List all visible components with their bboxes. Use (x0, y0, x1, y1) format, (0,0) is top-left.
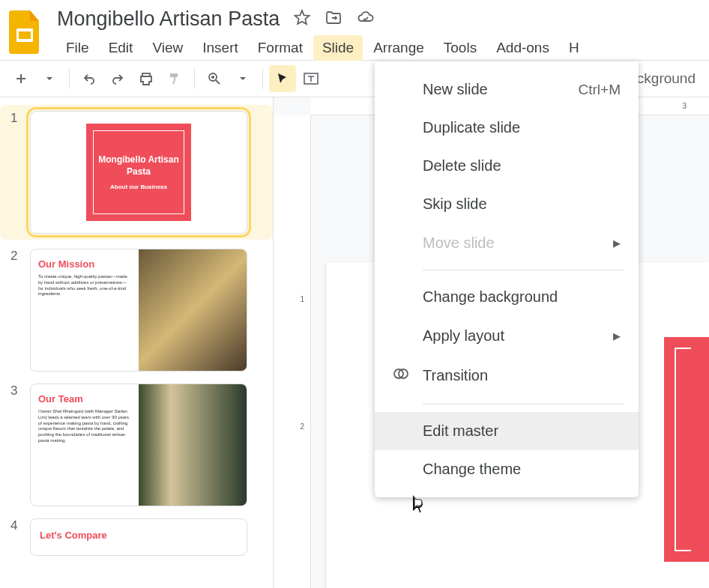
thumb-number: 3 (10, 384, 21, 506)
slide-thumb-4[interactable]: Let's Compare (30, 518, 247, 556)
paint-format-icon[interactable] (161, 65, 188, 92)
slide-thumb-1[interactable]: Mongibello Artisan Pasta About our Busin… (30, 111, 247, 234)
move-folder-icon[interactable] (325, 9, 343, 30)
new-slide-dropdown-icon[interactable] (36, 65, 63, 92)
title-area: Mongibello Artisan Pasta File Edit View … (57, 7, 709, 61)
zoom-icon[interactable] (201, 65, 228, 92)
new-slide-button[interactable] (7, 65, 34, 92)
submenu-arrow-icon: ▸ (613, 327, 621, 345)
thumb-number: 2 (10, 249, 21, 372)
ruler-vertical: 1 2 (274, 115, 311, 588)
dd-delete-slide[interactable]: Delete slide (375, 147, 639, 185)
dd-skip-slide[interactable]: Skip slide (375, 185, 639, 223)
slide-thumbnails: 1 Mongibello Artisan Pasta About our Bus… (0, 97, 274, 588)
select-tool-icon[interactable] (269, 65, 296, 92)
slide-dropdown-menu: New slide Ctrl+M Duplicate slide Delete … (375, 61, 639, 497)
thumb-number: 1 (10, 111, 21, 234)
slides-logo[interactable] (9, 10, 42, 54)
menu-file[interactable]: File (57, 35, 98, 61)
menu-bar: File Edit View Insert Format Slide Arran… (57, 35, 709, 61)
header: Mongibello Artisan Pasta File Edit View … (0, 0, 709, 60)
dd-new-slide[interactable]: New slide Ctrl+M (375, 70, 639, 109)
redo-icon[interactable] (104, 65, 131, 92)
thumb-number: 4 (10, 518, 21, 556)
menu-arrange[interactable]: Arrange (364, 35, 433, 61)
dd-change-background[interactable]: Change background (375, 278, 639, 316)
textbox-icon[interactable] (298, 65, 325, 92)
dd-transition[interactable]: Transition (375, 355, 639, 396)
menu-insert[interactable]: Insert (193, 35, 247, 61)
slide-red-shape[interactable] (664, 337, 709, 562)
document-title[interactable]: Mongibello Artisan Pasta (57, 7, 280, 31)
menu-help[interactable]: H (560, 35, 588, 61)
dd-apply-layout[interactable]: Apply layout ▸ (375, 316, 639, 355)
thumb-row-1: 1 Mongibello Artisan Pasta About our Bus… (0, 105, 273, 240)
slide-thumb-2[interactable]: Our Mission To create unique, high-quali… (30, 249, 247, 372)
dd-edit-master[interactable]: Edit master (375, 412, 639, 450)
transition-icon (393, 366, 409, 386)
menu-addons[interactable]: Add-ons (487, 35, 558, 61)
submenu-arrow-icon: ▸ (613, 234, 621, 252)
dd-move-slide: Move slide ▸ (375, 223, 639, 262)
menu-edit[interactable]: Edit (100, 35, 142, 61)
pasta-image (139, 249, 247, 371)
dd-duplicate-slide[interactable]: Duplicate slide (375, 109, 639, 147)
zoom-dropdown-icon[interactable] (229, 65, 256, 92)
toolbar-background-label[interactable]: ckground (631, 70, 702, 87)
star-icon[interactable] (293, 9, 311, 30)
menu-tools[interactable]: Tools (435, 35, 486, 61)
print-icon[interactable] (133, 65, 160, 92)
menu-view[interactable]: View (143, 35, 192, 61)
dd-change-theme[interactable]: Change theme (375, 450, 639, 488)
svg-rect-1 (19, 31, 31, 39)
undo-icon[interactable] (76, 65, 103, 92)
slide-thumb-3[interactable]: Our Team Owner Shel Rheingold (with Mana… (30, 384, 247, 506)
team-image (139, 384, 247, 506)
menu-slide[interactable]: Slide (313, 35, 363, 61)
menu-format[interactable]: Format (249, 35, 312, 61)
cloud-status-icon[interactable] (356, 9, 375, 30)
